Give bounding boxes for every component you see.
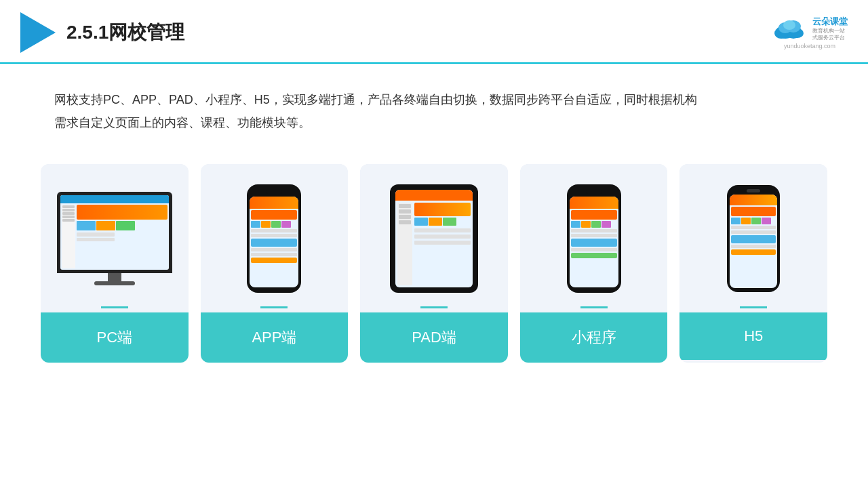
card-app-top-bar xyxy=(260,306,288,308)
card-h5-image xyxy=(679,164,827,306)
card-app-label: APP端 xyxy=(201,312,349,363)
card-pad-top-bar xyxy=(420,306,448,308)
card-pc: PC端 xyxy=(41,164,189,363)
tablet-mockup xyxy=(390,184,478,293)
phone-miniapp-mockup xyxy=(567,184,621,293)
card-miniapp: 小程序 xyxy=(520,164,668,363)
card-h5-top-bar xyxy=(740,306,767,308)
brand-sub-line1: 教育机构一站 xyxy=(812,28,848,35)
phone-h5-mockup xyxy=(727,185,780,292)
device-cards-container: PC端 xyxy=(0,157,868,369)
card-pc-label: PC端 xyxy=(41,312,189,363)
monitor-mockup xyxy=(54,192,176,285)
phone-app-mockup xyxy=(247,184,301,293)
card-miniapp-image xyxy=(520,164,668,306)
brand-text: 云朵课堂 教育机构一站 式服务云平台 xyxy=(812,16,848,42)
card-pad-label: PAD端 xyxy=(360,312,508,363)
card-app: APP端 xyxy=(201,164,349,363)
card-miniapp-label: 小程序 xyxy=(520,312,668,363)
page-header: 2.5.1网校管理 云朵课堂 教育机构一站 式服务云平台 yunduoketan… xyxy=(0,0,868,64)
description-text: 网校支持PC、APP、PAD、小程序、H5，实现多端打通，产品各终端自由切换，数… xyxy=(0,64,868,150)
card-app-image xyxy=(201,164,349,306)
brand-name: 云朵课堂 xyxy=(812,16,848,28)
logo-triangle-icon xyxy=(20,12,56,53)
card-pc-image xyxy=(41,164,189,306)
cloud-icon xyxy=(772,17,807,40)
brand-url: yunduoketang.com xyxy=(784,43,835,49)
header-left: 2.5.1网校管理 xyxy=(20,12,184,53)
brand-logo: 云朵课堂 教育机构一站 式服务云平台 yunduoketang.com xyxy=(772,16,848,50)
page-title: 2.5.1网校管理 xyxy=(66,20,184,45)
card-miniapp-top-bar xyxy=(580,306,608,308)
description-paragraph: 网校支持PC、APP、PAD、小程序、H5，实现多端打通，产品各终端自由切换，数… xyxy=(54,88,814,134)
card-pad: PAD端 xyxy=(360,164,508,363)
brand-sub-line2: 式服务云平台 xyxy=(812,35,848,41)
card-pc-top-bar xyxy=(101,306,128,308)
svg-point-6 xyxy=(783,20,795,30)
card-h5-label: H5 xyxy=(679,312,827,360)
card-pad-image xyxy=(360,164,508,306)
card-h5: H5 xyxy=(679,164,827,363)
